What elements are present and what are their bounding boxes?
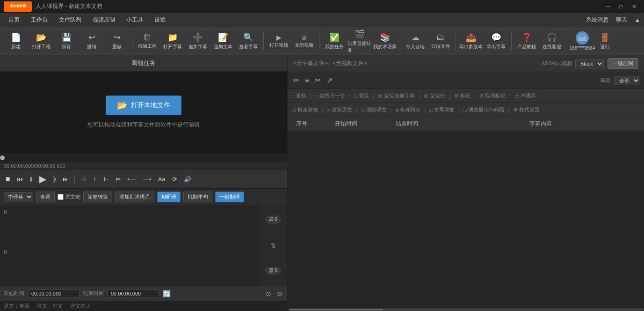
search-replace-item[interactable]: □ 替换 [355, 92, 369, 99]
ass-style-select[interactable]: Black [575, 59, 604, 68]
tutorial-button[interactable]: ❓ 产品教程 [514, 29, 539, 53]
user-account-button[interactable]: 🏔 166****0564 [570, 29, 594, 53]
lang-select[interactable]: 中译英 [4, 192, 33, 201]
ai-listen-button[interactable]: AI听译 [157, 192, 181, 202]
search-mark-item[interactable]: ⊘ 标记 [455, 92, 470, 99]
head-tail-add-item[interactable]: □ 首尾添加 [430, 106, 455, 113]
cloud-files-button[interactable]: 🗂 云端文件 [428, 29, 453, 53]
minimize-button[interactable]: — [602, 2, 614, 11]
open-project-button[interactable]: 📂 打开工程 [29, 29, 53, 53]
refresh-button[interactable]: 🔄 [163, 290, 171, 297]
close-button[interactable]: ✕ [628, 2, 640, 11]
create-task-button[interactable]: 🎬 比里创建任务 [347, 29, 372, 53]
term-library-button[interactable]: 📚 我的术语库 [373, 29, 397, 53]
open-video-button[interactable]: ▶ 打开视频 [267, 29, 291, 53]
user-id-label: 166****0564 [570, 45, 595, 51]
chart-icon-button[interactable]: ↗ [325, 74, 334, 87]
undo-button[interactable]: ↩ 撤销 [80, 29, 104, 53]
one-key-compress-button[interactable]: 一键压制 [608, 58, 638, 69]
close-video-button[interactable]: ⊘ 关闭视频 [292, 29, 316, 53]
loop-button[interactable]: ⟳ [170, 175, 179, 184]
original-select-check[interactable]: 原文选 [58, 193, 80, 200]
name-list-item[interactable]: ≡ 名称列表 [396, 106, 420, 113]
prev-subtitle-button[interactable]: ⊙ [265, 289, 272, 298]
append-text-button[interactable]: 📝 追加文本 [211, 29, 235, 53]
search-term-lib-item[interactable]: ☰ 术语库 [514, 92, 536, 99]
chat[interactable]: 聊天 [616, 16, 627, 24]
stop-button[interactable]: ■ [4, 174, 12, 184]
subtitle-input-1[interactable] [0, 205, 259, 245]
list-icon-button[interactable]: ≡ [303, 74, 311, 87]
play-button[interactable]: ▶ [37, 172, 48, 185]
align-center-button[interactable]: ⊥ [90, 175, 99, 184]
export-multi-button[interactable]: 📤 导出多版本 [459, 29, 483, 53]
rewind-step-button[interactable]: ⏮ [15, 175, 25, 184]
menu-file-queue[interactable]: 文件队列 [54, 14, 86, 26]
align-left-button[interactable]: ⊣ [79, 175, 87, 184]
forward-button[interactable]: ⟫ [51, 175, 58, 184]
my-tasks-button[interactable]: ✅ 我的任务 [322, 29, 347, 53]
open-subtitle-button[interactable]: 📁 打开字幕 [160, 29, 185, 53]
append-text-label: 追加文本 [214, 44, 232, 50]
search-unmark-item[interactable]: ⊘ 取消标记 [479, 92, 506, 99]
export-subtitle-button[interactable]: 💬 导出字幕 [484, 29, 508, 53]
collapse-arrow[interactable]: ▲ [635, 17, 640, 23]
min-row-space-item[interactable]: □ 调整最小行间隔 [463, 106, 504, 113]
move-right-button[interactable]: ⟶ [141, 175, 153, 184]
new-button[interactable]: 📄 新建 [4, 29, 28, 53]
redo-label: 重做 [112, 44, 122, 50]
start-time-input[interactable] [28, 289, 80, 298]
timeline[interactable] [0, 153, 287, 162]
timeline-playhead[interactable] [0, 156, 5, 160]
open-local-file-button[interactable]: 📂 打开本地文件 [106, 96, 181, 115]
search-locate-current-item[interactable]: ◎ 定位当前字幕 [378, 92, 415, 99]
move-left-button[interactable]: ⟵ [125, 175, 138, 184]
maximize-button[interactable]: □ [615, 2, 627, 11]
align-right-button[interactable]: ⊢ [102, 175, 111, 184]
search-locate-row-item[interactable]: ◎ 定位行 [424, 92, 445, 99]
clear-trans-item[interactable]: ◇ 清除译文 [361, 106, 387, 113]
cut-icon-button[interactable]: ✂ [313, 74, 323, 87]
clear-original-item[interactable]: ○ 清除原文 [327, 106, 352, 113]
redo-button[interactable]: ↪ 重做 [105, 29, 129, 53]
search-find-item[interactable]: ○ 查找 [291, 92, 306, 99]
create-task-label: 比里创建任务 [347, 40, 372, 53]
style-settings-item[interactable]: ⚙ 样式设置 [513, 106, 540, 113]
font-size-button[interactable]: Aa [156, 175, 167, 184]
volume-button[interactable]: 🔊 [182, 175, 193, 184]
machine-trans-button[interactable]: 机翻本句 [183, 192, 212, 202]
scroll-thumb[interactable] [289, 309, 383, 311]
simp-trad-button[interactable]: 简繁转换 [83, 192, 112, 202]
lookup-word-button[interactable]: 查词 [36, 192, 55, 202]
end-time-input[interactable] [108, 289, 159, 298]
menu-settings[interactable]: 设置 [150, 14, 170, 26]
menu-tools[interactable]: 小工具 [122, 14, 148, 26]
remove-project-button[interactable]: 🗑 移除工程 [135, 29, 159, 53]
save-button[interactable]: 💾 保存 [54, 29, 79, 53]
orig-count-button[interactable]: 原 0 [265, 267, 281, 275]
menu-workbench[interactable]: 工作台 [26, 14, 52, 26]
trans-count-button[interactable]: 译 0 [265, 215, 281, 224]
save-cloud-button[interactable]: ☁ 存入云端 [403, 29, 427, 53]
add-term-button[interactable]: 添加到术语库 [115, 192, 154, 202]
horizontal-scrollbar[interactable] [288, 307, 644, 311]
align-in-button[interactable]: ⊨ [114, 175, 123, 184]
append-subtitle-button[interactable]: ➕ 追加字幕 [186, 29, 210, 53]
menu-video-compress[interactable]: 视频压制 [88, 14, 120, 26]
one-key-trans-button[interactable]: 一键翻译 [215, 192, 244, 202]
view-subtitle-button[interactable]: 🔍 查看字幕 [236, 29, 260, 53]
subtitle-input-2[interactable] [0, 245, 259, 286]
search-find-next-item[interactable]: ○ 查找下一个 [315, 92, 346, 99]
forward-step-button[interactable]: ⏭ [61, 175, 71, 184]
system-msg[interactable]: 系统消息 [586, 16, 608, 24]
check-errors-item[interactable]: ☑ 检查除错 [291, 106, 318, 113]
filter-select[interactable]: 全部 [614, 76, 640, 85]
menu-home[interactable]: 首页 [4, 14, 24, 26]
online-support-button[interactable]: 🎧 在线客服 [540, 29, 564, 53]
original-checkbox[interactable] [58, 194, 64, 200]
next-subtitle-button[interactable]: ⊙ [276, 289, 283, 298]
find-next-icon: ○ [315, 93, 318, 99]
rewind-button[interactable]: ⟪ [28, 175, 35, 184]
logout-button[interactable]: 🚪 退出 [595, 29, 614, 53]
edit-icon-button[interactable]: ✏ [291, 74, 301, 87]
